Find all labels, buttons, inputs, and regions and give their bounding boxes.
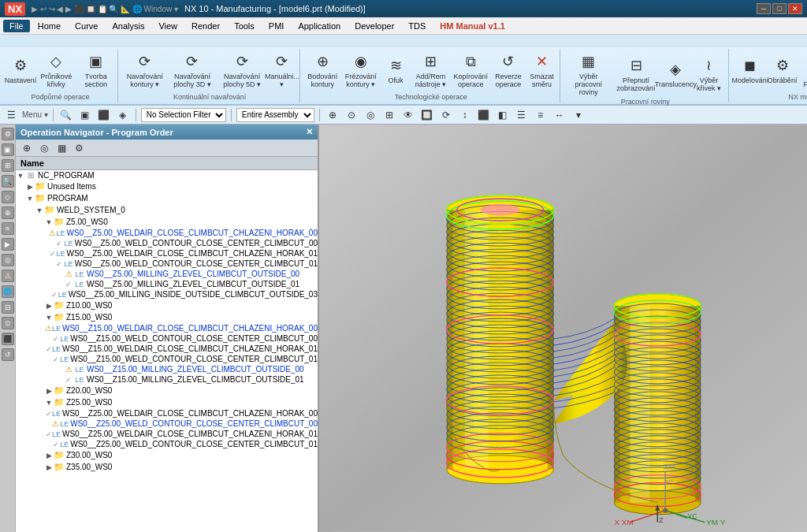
menu-home[interactable]: Home [32,20,67,32]
ribbon-btn-prepnuti[interactable]: ⊟ Přepnutí zobrazování [613,54,659,94]
tree-item-z10_ws0[interactable]: ▶📁Z10.00_WS0 [16,299,318,311]
tb-btn-4[interactable]: ◈ [115,107,131,123]
tb-menu-btn[interactable]: ☰ [3,107,19,123]
tb-btn-16[interactable]: ≡ [533,107,549,123]
tb-btn-1[interactable]: 🔍 [58,107,74,123]
tb-btn-12[interactable]: ↕ [457,107,473,123]
tree-item-unused_items[interactable]: ▶📁Unused Items [16,180,318,192]
menu-view[interactable]: View [152,20,184,32]
tree-item-op10[interactable]: ✓LEWS0__Z15.00_WELDAIR_CLOSE_CLIMBCUT_CH… [16,344,318,354]
panel-tb-2[interactable]: ◎ [36,140,52,156]
ribbon-btn-reverze[interactable]: ↺ Reverze operace [491,50,525,90]
tree-item-op14[interactable]: ✓LEWS0__Z25.00_WELDAIR_CLOSE_CLIMBCUT_CH… [16,408,318,419]
menu-application[interactable]: Application [292,20,347,32]
ribbon-btn-nav-plochy3d[interactable]: ⟳ Navařování plochy 3D ▾ [168,50,216,90]
tree-item-op8[interactable]: ⚠LEWS0__Z15.00_WELDAIR_CLOSE_CLIMBCUT_CH… [16,323,318,333]
ribbon-btn-manualni[interactable]: ⟳ Manuálni... ▾ [268,50,297,90]
tb-btn-11[interactable]: ⟳ [438,107,454,123]
ribbon-btn-translucency[interactable]: ◈ Translucency [660,58,691,90]
maximize-button[interactable]: □ [772,3,787,14]
tree-item-z30_ws0[interactable]: ▶📁Z30.00_WS0 [16,449,318,461]
ribbon-btn-prunikove[interactable]: ◇ Průnikové křivky [36,50,76,90]
ribbon-btn-bodovani[interactable]: ⊕ Bodování kontury [305,50,340,90]
tree-item-op2[interactable]: ✓LEWS0__Z5.00_WELD_CONTOUR_CLOSE_CENTER_… [16,238,318,248]
tree-item-op5[interactable]: ⚠LEWS0__Z5.00_MILLING_ZLEVEL_CLIMBCUT_OU… [16,269,318,279]
panel-tb-4[interactable]: ⚙ [71,140,87,156]
window-controls[interactable]: ─ □ ✕ [757,3,802,14]
tree-item-op4[interactable]: ✓LEWS0__Z5.00_WELD_CONTOUR_CLOSE_CENTER_… [16,259,318,269]
side-icon-11[interactable]: 🌐 [2,285,14,298]
side-icon-8[interactable]: ▶ [2,238,14,251]
side-icon-2[interactable]: ▣ [2,143,14,156]
tree-item-op1[interactable]: ⚠LEWS0__Z5.00_WELDAIR_CLOSE_CLIMBCUT_CHL… [16,228,318,238]
ribbon-btn-nastaveni[interactable]: ⚙ Nastavení [6,54,35,86]
tb-btn-15[interactable]: ☰ [514,107,530,123]
menu-curve[interactable]: Curve [69,20,104,32]
tree-item-z35_ws0[interactable]: ▶📁Z35.00_WS0 [16,461,318,473]
tree-item-z5_ws0[interactable]: ▼📁Z5.00_WS0 [16,216,318,228]
menu-developer[interactable]: Developer [348,20,400,32]
tree-item-op9[interactable]: ✓LEWS0__Z15.00_WELD_CONTOUR_CLOSE_CENTER… [16,333,318,344]
tree-item-op17[interactable]: ✓LEWS0__Z25.00_WELD_CONTOUR_CLOSE_CENTER… [16,439,318,449]
panel-tb-3[interactable]: ▦ [54,140,69,156]
menu-render[interactable]: Render [185,20,226,32]
ribbon-btn-nav-plochy5d[interactable]: ⟳ Navařování plochy 5D ▾ [218,50,266,90]
side-icon-13[interactable]: ⊙ [2,317,14,329]
tb-btn-14[interactable]: ◧ [495,107,511,123]
ribbon-btn-post[interactable]: ▶ Post Process [798,50,807,90]
tb-btn-13[interactable]: ⬛ [476,107,492,123]
menu-tds[interactable]: TDS [402,20,432,32]
side-icon-9[interactable]: ◎ [2,254,14,266]
tb-btn-7[interactable]: ◎ [363,107,378,123]
tree-item-op7[interactable]: ✓LEWS0__Z5.00_MILLING_INSIDE_OUTSIDE_CLI… [16,289,318,299]
ribbon-btn-obrabeni[interactable]: ⚙ Obrábění [768,54,797,86]
ribbon-btn-kopirovani[interactable]: ⧉ Kopírování operace [452,50,489,90]
ribbon-btn-addrem[interactable]: ⊞ Add/Rem nástroje ▾ [411,50,450,90]
tree-item-weld_system_0[interactable]: ▼📁WELD_SYSTEM_0 [16,204,318,216]
tree-item-op6[interactable]: ✓LEWS0__Z5.00_MILLING_ZLEVEL_CLIMBCUT_OU… [16,279,318,289]
side-icon-5[interactable]: ◇ [2,191,14,203]
side-icon-3[interactable]: ⊞ [2,159,14,172]
side-icon-10[interactable]: ⚠ [2,270,14,282]
ribbon-btn-ofuk[interactable]: ≋ Ofuk [381,54,410,86]
menu-analysis[interactable]: Analysis [106,20,151,32]
side-icon-14[interactable]: ⬛ [2,333,14,345]
tb-btn-18[interactable]: ▾ [571,107,586,123]
side-icon-4[interactable]: 🔍 [2,175,14,188]
ribbon-btn-smazat[interactable]: ✕ Smazat směru [527,50,557,90]
tree-item-z25_ws0[interactable]: ▼📁Z25.00_WS0 [16,396,318,408]
tb-btn-5[interactable]: ⊕ [325,107,340,123]
assembly-dropdown[interactable]: Entire Assembly [236,108,314,122]
side-icon-12[interactable]: ⊟ [2,301,14,314]
tree-item-program[interactable]: ▼📁PROGRAM [16,192,318,204]
tree-item-z15_ws0[interactable]: ▼📁Z15.00_WS0 [16,311,318,323]
ribbon-btn-tvorba[interactable]: ▣ Tvorba section [78,50,114,90]
tb-btn-3[interactable]: ⬛ [96,107,112,123]
selection-filter-dropdown[interactable]: No Selection Filter [141,108,226,122]
side-icon-15[interactable]: ↺ [2,348,14,361]
ribbon-btn-modelovani[interactable]: ◼ Modelování [734,54,767,86]
menu-hm-manual[interactable]: HM Manual v1.1 [433,20,511,32]
tree-container[interactable]: ▼⊞NC_PROGRAM▶📁Unused Items▼📁PROGRAM▼📁WEL… [16,170,318,532]
tree-item-op16[interactable]: ✓LEWS0__Z25.00_WELDAIR_CLOSE_CLIMBCUT_CH… [16,429,318,439]
panel-close-btn[interactable]: ✕ [306,127,313,137]
viewport-3d[interactable]: ZM ZC X XM YM Y YC Z [319,125,807,532]
side-icon-6[interactable]: ⊕ [2,206,14,219]
tree-item-op15[interactable]: ⚠LEWS0__Z25.00_WELD_CONTOUR_CLOSE_CENTER… [16,419,318,429]
side-icon-7[interactable]: ≡ [2,222,14,235]
tree-item-op11[interactable]: ✓LEWS0__Z15.00_WELD_CONTOUR_CLOSE_CENTER… [16,354,318,364]
panel-tb-1[interactable]: ⊕ [19,140,35,156]
tb-btn-2[interactable]: ▣ [77,107,93,123]
ribbon-btn-frezovani[interactable]: ◉ Frézování kontury ▾ [341,50,380,90]
tree-item-z20_ws0[interactable]: ▶📁Z20.00_WS0 [16,385,318,396]
tree-item-nc_program[interactable]: ▼⊞NC_PROGRAM [16,170,318,180]
menu-tools[interactable]: Tools [228,20,261,32]
side-icon-1[interactable]: ⚙ [2,128,14,140]
menu-file[interactable]: File [3,20,30,32]
tree-item-op12[interactable]: ⚠LEWS0__Z15.00_MILLING_ZLEVEL_CLIMBCUT_O… [16,364,318,374]
ribbon-btn-vyberkrivek[interactable]: ≀ Výběr křivek ▾ [693,54,725,94]
ribbon-btn-vyberprac[interactable]: ▦ Výběr pracovní roviny [565,50,612,98]
close-button[interactable]: ✕ [788,3,802,14]
minimize-button[interactable]: ─ [757,3,771,14]
tree-item-op13[interactable]: ✓LEWS0__Z15.00_MILLING_ZLEVEL_CLIMBCUT_O… [16,374,318,385]
